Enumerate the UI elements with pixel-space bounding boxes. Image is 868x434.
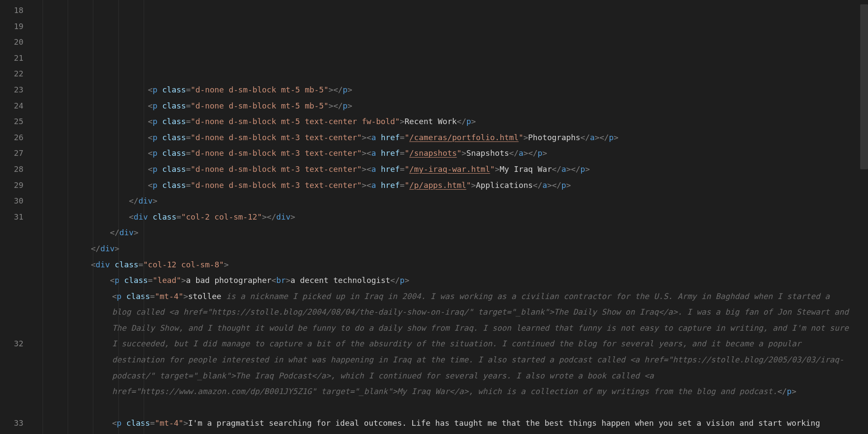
code-editor[interactable]: 18192021222324252627282930313233 <p clas… — [0, 0, 868, 434]
line-number-gutter: 18192021222324252627282930313233 — [0, 0, 34, 434]
code-line[interactable]: <div class="col-12 col-sm-8"> — [34, 257, 868, 273]
code-line[interactable]: </div> — [34, 193, 868, 209]
code-line[interactable]: <p class="d-none d-sm-block mt-3 text-ce… — [34, 145, 868, 161]
line-number: 29 — [0, 178, 23, 194]
line-number: 22 — [0, 66, 23, 82]
code-line[interactable]: <p class="mt-4">stollee is a nickname I … — [34, 289, 868, 416]
code-line[interactable]: <div class="col-2 col-sm-12"></div> — [34, 209, 868, 225]
code-line[interactable]: <p class="lead">a bad photographer<br>a … — [34, 273, 868, 289]
code-line[interactable]: <p class="d-none d-sm-block mt-3 text-ce… — [34, 178, 868, 194]
code-line[interactable]: <p class="d-none d-sm-block mt-3 text-ce… — [34, 161, 868, 178]
code-line[interactable]: <p class="d-none d-sm-block mt-5 mb-5"><… — [34, 98, 868, 114]
code-line[interactable]: <p class="mt-4">I'm a pragmatist searchi… — [34, 415, 868, 434]
indent-guide — [43, 0, 43, 434]
line-number: 31 — [0, 209, 23, 225]
line-number: 25 — [0, 114, 23, 130]
minimap-thumb[interactable] — [860, 4, 868, 169]
indent-guide — [68, 0, 68, 434]
indent-guide — [144, 0, 144, 434]
minimap[interactable] — [859, 0, 868, 434]
line-number: 32 — [0, 336, 23, 352]
line-number: 21 — [0, 50, 23, 66]
line-number: 33 — [0, 415, 23, 431]
code-area[interactable]: <p class="d-none d-sm-block mt-5 mb-5"><… — [34, 0, 868, 434]
line-number: 19 — [0, 19, 23, 35]
code-line[interactable]: <p class="d-none d-sm-block mt-5 text-ce… — [34, 114, 868, 130]
line-number: 18 — [0, 3, 23, 19]
line-number: 23 — [0, 82, 23, 98]
line-number: 26 — [0, 130, 23, 146]
line-number: 30 — [0, 193, 23, 209]
line-number: 27 — [0, 145, 23, 161]
line-number: 20 — [0, 34, 23, 50]
line-number: 28 — [0, 161, 23, 178]
code-line[interactable]: <p class="d-none d-sm-block mt-5 mb-5"><… — [34, 82, 868, 98]
code-line[interactable]: <p class="d-none d-sm-block mt-3 text-ce… — [34, 130, 868, 146]
line-number: 24 — [0, 98, 23, 114]
indent-guide — [118, 0, 119, 434]
code-line[interactable]: </div> — [34, 225, 868, 241]
indent-guide — [93, 0, 93, 434]
code-line[interactable]: </div> — [34, 241, 868, 257]
